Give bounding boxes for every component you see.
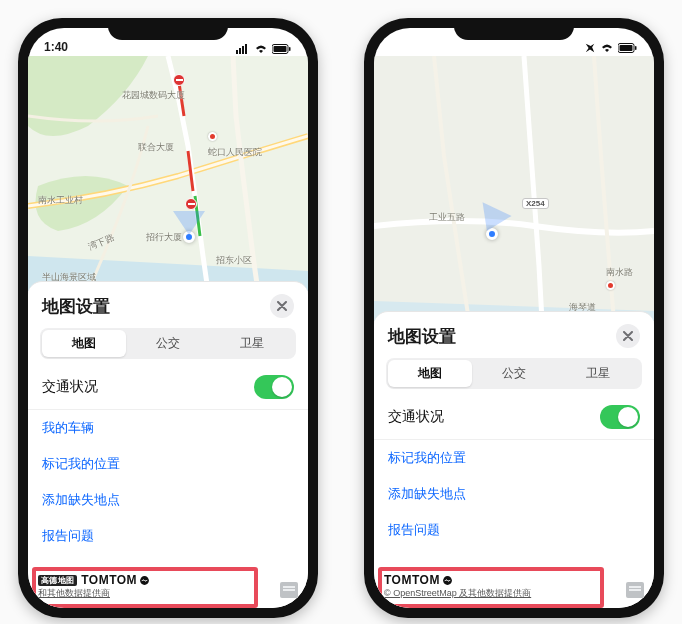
map-label: 南水路: [606, 266, 633, 279]
map-type-segment[interactable]: 地图 公交 卫星: [40, 328, 296, 359]
user-location-icon: [183, 231, 195, 243]
no-entry-icon: [185, 198, 197, 210]
close-icon: [277, 301, 287, 311]
map-label: 花园城数码大厦: [122, 89, 185, 102]
poi-pin-icon: [606, 281, 615, 290]
wifi-icon: [600, 43, 614, 53]
traffic-row: 交通状况: [374, 395, 654, 440]
map-label: 南水工业村: [38, 194, 83, 207]
battery-icon: [272, 44, 292, 54]
attribution: TOMTOM © OpenStreetMap 及其他数据提供商: [374, 567, 654, 608]
svg-rect-2: [242, 46, 244, 54]
segment-satellite[interactable]: 卫星: [210, 330, 294, 357]
traffic-label: 交通状况: [42, 378, 98, 396]
road-tag: X254: [522, 198, 549, 209]
attribution: 高德地图 TOMTOM 和其他数据提供商: [28, 567, 308, 608]
settings-sheet: 地图设置 地图 公交 卫星 交通状况 我的车辆 标记我的位置 添加缺失地点: [28, 281, 308, 608]
sheet-title: 地图设置: [388, 325, 456, 348]
no-entry-icon: [173, 74, 185, 86]
map-type-segment[interactable]: 地图 公交 卫星: [386, 358, 642, 389]
svg-rect-3: [245, 44, 247, 54]
sheet-title: 地图设置: [42, 295, 110, 318]
traffic-toggle[interactable]: [600, 405, 640, 429]
battery-icon: [618, 43, 638, 53]
close-icon: [623, 331, 633, 341]
link-add-missing[interactable]: 添加缺失地点: [28, 482, 308, 518]
map-label: 招东小区: [216, 254, 252, 267]
tomtom-logo: TOMTOM: [81, 573, 150, 587]
gaode-badge: 高德地图: [38, 575, 77, 586]
tomtom-logo: TOMTOM: [384, 573, 453, 587]
link-my-vehicle[interactable]: 我的车辆: [28, 410, 308, 446]
svg-rect-11: [620, 45, 633, 51]
traffic-row: 交通状况: [28, 365, 308, 410]
screen-right: 工业五路 X254 南水路 海琴道 地图设置 地图 公交: [374, 28, 654, 608]
notch: [454, 18, 574, 40]
wifi-icon: [254, 44, 268, 54]
traffic-toggle[interactable]: [254, 375, 294, 399]
screen-left: 1:40: [28, 28, 308, 608]
poi-pin-icon: [208, 132, 217, 141]
svg-rect-1: [239, 48, 241, 54]
status-time: 1:40: [44, 40, 68, 54]
close-button[interactable]: [270, 294, 294, 318]
attribution-sub[interactable]: 和其他数据提供商: [38, 587, 298, 600]
link-report[interactable]: 报告问题: [28, 518, 308, 554]
svg-rect-6: [274, 46, 287, 52]
map-area[interactable]: 工业五路 X254 南水路 海琴道: [374, 56, 654, 321]
svg-rect-5: [289, 47, 291, 51]
link-mark-location[interactable]: 标记我的位置: [374, 440, 654, 476]
svg-rect-0: [236, 50, 238, 54]
map-area[interactable]: 花园城数码大厦 蛇口人民医院 联合大厦 南水工业村 招行大厦 招东小区 半山海景…: [28, 56, 308, 291]
map-label: 蛇口人民医院: [208, 146, 262, 159]
attribution-sub[interactable]: © OpenStreetMap 及其他数据提供商: [384, 587, 644, 600]
settings-sheet: 地图设置 地图 公交 卫星 交通状况 标记我的位置 添加缺失地点 报告问题: [374, 311, 654, 608]
legal-icon[interactable]: [280, 582, 298, 598]
link-add-missing[interactable]: 添加缺失地点: [374, 476, 654, 512]
close-button[interactable]: [616, 324, 640, 348]
map-label: 联合大厦: [138, 141, 174, 154]
phone-left: 1:40: [18, 18, 318, 618]
legal-icon[interactable]: [626, 582, 644, 598]
sheet-header: 地图设置: [28, 282, 308, 326]
airplane-icon: [584, 42, 596, 54]
link-report[interactable]: 报告问题: [374, 512, 654, 548]
status-icons: [584, 42, 638, 54]
link-mark-location[interactable]: 标记我的位置: [28, 446, 308, 482]
phone-right: 工业五路 X254 南水路 海琴道 地图设置 地图 公交: [364, 18, 664, 618]
svg-rect-10: [635, 46, 637, 50]
segment-transit[interactable]: 公交: [126, 330, 210, 357]
sheet-header: 地图设置: [374, 312, 654, 356]
traffic-label: 交通状况: [388, 408, 444, 426]
tomtom-hands-icon: [139, 575, 150, 586]
segment-map[interactable]: 地图: [42, 330, 126, 357]
segment-satellite[interactable]: 卫星: [556, 360, 640, 387]
cellular-icon: [236, 44, 250, 54]
status-icons: [236, 44, 292, 54]
segment-transit[interactable]: 公交: [472, 360, 556, 387]
segment-map[interactable]: 地图: [388, 360, 472, 387]
user-location-icon: [486, 228, 498, 240]
map-label: 工业五路: [429, 211, 465, 224]
tomtom-hands-icon: [442, 575, 453, 586]
screenshot-canvas: 1:40: [0, 0, 682, 624]
notch: [108, 18, 228, 40]
